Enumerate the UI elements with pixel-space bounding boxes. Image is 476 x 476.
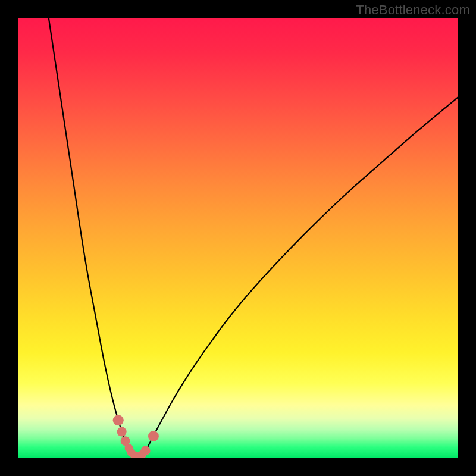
plot-area — [18, 18, 458, 458]
trough-marker-dot — [148, 431, 159, 441]
watermark-text: TheBottleneck.com — [356, 2, 470, 18]
curve-right — [141, 97, 458, 457]
curve-left — [49, 18, 134, 457]
trough-marker-dot — [113, 415, 124, 425]
trough-marker-dot — [117, 427, 127, 437]
chart-frame: TheBottleneck.com — [0, 0, 476, 476]
curve-layer — [18, 18, 458, 458]
trough-markers — [113, 415, 159, 458]
trough-marker-dot — [141, 446, 151, 455]
